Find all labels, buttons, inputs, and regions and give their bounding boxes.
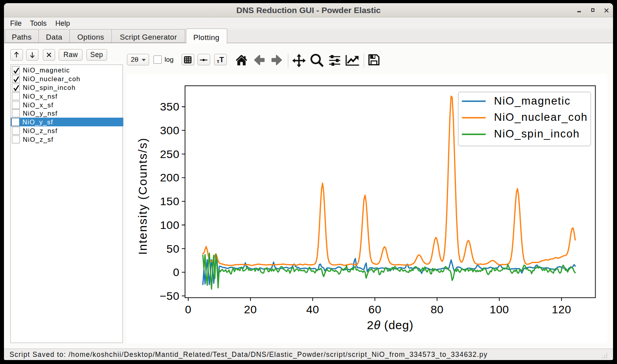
svg-text:−50: −50 bbox=[160, 290, 180, 302]
svg-text:NiO_magnetic: NiO_magnetic bbox=[494, 95, 571, 107]
svg-text:350: 350 bbox=[160, 100, 179, 113]
svg-text:150: 150 bbox=[160, 195, 179, 208]
svg-text:100: 100 bbox=[490, 303, 509, 316]
svg-text:60: 60 bbox=[368, 303, 381, 316]
svg-text:0: 0 bbox=[185, 303, 192, 316]
svg-text:40: 40 bbox=[306, 303, 319, 316]
svg-text:Intensity (Counts/s): Intensity (Counts/s) bbox=[136, 137, 149, 255]
svg-text:NiO_spin_incoh: NiO_spin_incoh bbox=[494, 128, 580, 140]
svg-text:20: 20 bbox=[244, 303, 257, 316]
svg-text:80: 80 bbox=[431, 303, 444, 316]
svg-text:NiO_nuclear_coh: NiO_nuclear_coh bbox=[494, 111, 588, 123]
svg-text:100: 100 bbox=[160, 219, 179, 231]
svg-text:200: 200 bbox=[160, 171, 179, 184]
svg-text:50: 50 bbox=[167, 242, 180, 255]
svg-text:0: 0 bbox=[173, 266, 179, 278]
svg-text:250: 250 bbox=[160, 148, 179, 160]
svg-text:300: 300 bbox=[160, 124, 179, 137]
svg-text:120: 120 bbox=[552, 303, 571, 316]
svg-text:2θ (deg): 2θ (deg) bbox=[367, 318, 414, 332]
